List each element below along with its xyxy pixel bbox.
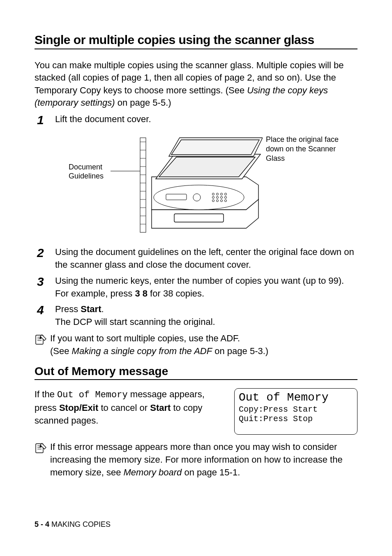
lcd-title: Out of Memory	[239, 391, 353, 404]
svg-point-25	[212, 200, 214, 202]
chapter-title: MAKING COPIES	[49, 520, 111, 528]
svg-point-17	[212, 193, 214, 195]
oom-bold2: Start	[150, 403, 171, 413]
step-2-text: Using the document guidelines on the lef…	[55, 247, 354, 270]
intro-text-b: on page 5-5.)	[115, 97, 171, 108]
step-4-a: Press	[55, 304, 81, 314]
svg-point-28	[225, 200, 227, 202]
oom-bold1: Stop/Exit	[59, 403, 98, 413]
step-4-c: .	[101, 304, 104, 314]
lcd-line-2: Quit:Press Stop	[239, 414, 353, 424]
mem-note-b: on page 15-1.	[182, 467, 240, 477]
note-icon	[35, 442, 47, 454]
figure-printer: Document Guidelines	[55, 132, 357, 239]
step-3-num: 3 8	[135, 288, 148, 299]
figure-label-left: Document Guidelines	[69, 163, 107, 181]
step-3: Using the numeric keys, enter the number…	[35, 275, 357, 300]
page-number: 5 - 4	[35, 520, 49, 528]
note-icon	[35, 333, 47, 345]
svg-rect-13	[174, 214, 224, 222]
note-ref: Making a single copy from the ADF	[72, 346, 212, 356]
step-2: Using the document guidelines on the lef…	[35, 246, 357, 271]
note-sort-adf: If you want to sort multiple copies, use…	[35, 332, 357, 357]
mem-note-ref: Memory board	[124, 467, 182, 477]
note-line-2a: (See	[50, 346, 72, 356]
heading-out-of-memory: Out of Memory message	[35, 365, 357, 380]
oom-c: to cancel or	[98, 403, 150, 413]
printer-illustration	[111, 132, 263, 239]
svg-point-23	[221, 197, 223, 199]
svg-point-20	[225, 193, 227, 195]
page-footer: 5 - 4 MAKING COPIES	[35, 520, 111, 529]
note-line-2b: on page 5-3.)	[212, 346, 268, 356]
step-4-b: The DCP will start scanning the original…	[55, 317, 215, 327]
step-3-text-a: Using the numeric keys, enter the number…	[55, 276, 344, 286]
note-body: If you want to sort multiple copies, use…	[50, 332, 357, 357]
svg-point-22	[217, 197, 219, 199]
heading-single-multiple: Single or multiple copies using the scan…	[35, 33, 357, 49]
svg-rect-15	[166, 194, 187, 200]
note-memory-board: If this error message appears more than …	[35, 440, 357, 479]
step-3-text-b-b: for 38 copies.	[148, 288, 204, 299]
lcd-display: Out of Memory Copy:Press Start Quit:Pres…	[234, 388, 357, 434]
svg-point-21	[212, 197, 214, 199]
oom-mono: Out of Memory	[57, 390, 128, 400]
step-4: Press Start. The DCP will start scanning…	[35, 303, 357, 329]
note-line-1: If you want to sort multiple copies, use…	[50, 333, 240, 343]
lcd-line-1: Copy:Press Start	[239, 405, 353, 414]
step-1: Lift the document cover. Document Guidel…	[35, 113, 357, 239]
svg-point-24	[225, 197, 227, 199]
svg-point-26	[217, 200, 219, 202]
step-3-text-b-a: For example, press	[55, 288, 135, 299]
out-of-memory-row: If the Out of Memory message appears, pr…	[35, 388, 357, 434]
step-4-start: Start	[81, 304, 101, 314]
svg-rect-0	[140, 138, 146, 232]
svg-point-16	[193, 194, 201, 201]
intro-paragraph: You can make multiple copies using the s…	[35, 59, 357, 109]
oom-a: If the	[35, 389, 57, 399]
figure-label-right: Place the original face down on the Scan…	[266, 135, 344, 163]
steps-list: Lift the document cover. Document Guidel…	[35, 113, 357, 329]
note-memory-body: If this error message appears more than …	[50, 440, 357, 479]
svg-point-27	[221, 200, 223, 202]
svg-point-19	[221, 193, 223, 195]
svg-point-18	[217, 193, 219, 195]
step-1-text: Lift the document cover.	[55, 114, 151, 124]
out-of-memory-text: If the Out of Memory message appears, pr…	[35, 388, 223, 427]
